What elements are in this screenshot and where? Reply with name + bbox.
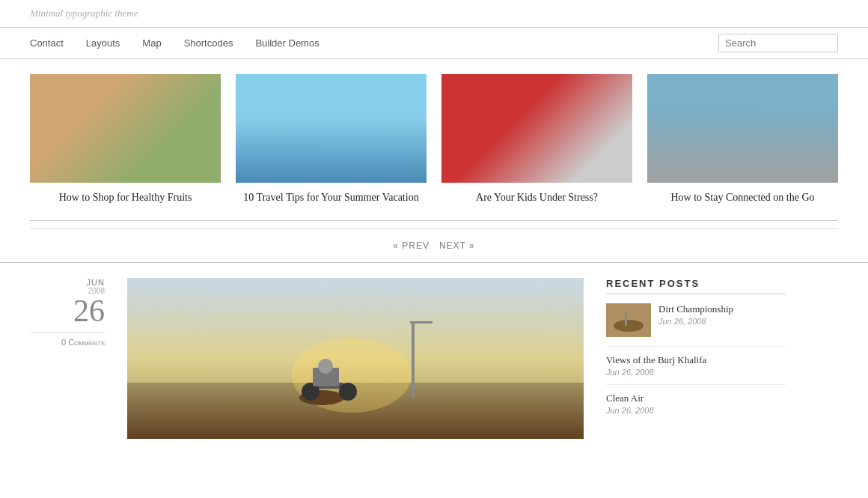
svg-rect-3 <box>412 323 415 398</box>
post-image-col <box>127 278 584 439</box>
recent-post-title-2: Views of the Burj Khalifa <box>606 354 786 366</box>
recent-post-date-2: Jun 26, 2008 <box>606 368 786 377</box>
svg-rect-4 <box>410 321 433 324</box>
featured-grid: How to Shop for Healthy Fruits 10 Travel… <box>0 59 868 213</box>
featured-image-3 <box>441 74 632 183</box>
next-button[interactable]: NEXT » <box>439 240 475 251</box>
svg-point-10 <box>318 359 333 374</box>
recent-post-title-3: Clean Air <box>606 392 786 404</box>
svg-point-8 <box>339 383 357 401</box>
nav-map[interactable]: Map <box>142 37 161 49</box>
recent-post-date-3: Jun 26, 2008 <box>606 406 786 415</box>
post-main-image <box>127 278 584 439</box>
main-area: Jun 2008 26 0 Comments <box>0 263 868 454</box>
featured-item-4[interactable]: How to Stay Connected on the Go <box>647 74 838 205</box>
svg-point-12 <box>614 320 644 332</box>
featured-title-2: 10 Travel Tips for Your Summer Vacation <box>236 190 427 205</box>
recent-post-item-3[interactable]: Clean Air Jun 26, 2008 <box>606 384 786 422</box>
nav-bar: Contact Layouts Map Shortcodes Builder D… <box>0 27 868 59</box>
divider-1 <box>30 220 838 221</box>
featured-item-3[interactable]: Are Your Kids Under Stress? <box>441 74 632 205</box>
post-svg-art <box>127 278 584 439</box>
site-tagline: Minimal typographic theme <box>30 7 838 19</box>
featured-image-4 <box>647 74 838 183</box>
recent-posts-title: Recent Posts <box>606 278 786 294</box>
featured-title-4: How to Stay Connected on the Go <box>647 190 838 205</box>
prev-button[interactable]: « PREV <box>393 240 430 251</box>
recent-post-title-1: Dirt Championship <box>658 303 733 316</box>
recent-post-item-2[interactable]: Views of the Burj Khalifa Jun 26, 2008 <box>606 346 786 384</box>
nav-contact[interactable]: Contact <box>30 37 64 49</box>
featured-image-1 <box>30 74 221 183</box>
svg-rect-13 <box>625 311 627 326</box>
thumb-svg-1 <box>606 303 651 337</box>
nav-builder-demos[interactable]: Builder Demos <box>255 37 319 49</box>
post-date: Jun 2008 26 <box>30 278 105 327</box>
search-input[interactable] <box>718 34 838 52</box>
nav-links: Contact Layouts Map Shortcodes Builder D… <box>30 37 320 49</box>
featured-image-2 <box>236 74 427 183</box>
featured-title-3: Are Your Kids Under Stress? <box>441 190 632 205</box>
recent-post-item-1[interactable]: Dirt Championship Jun 26, 2008 <box>606 303 786 337</box>
nav-layouts[interactable]: Layouts <box>86 37 120 49</box>
sidebar: Recent Posts Dirt Championship Jun 26, 2… <box>606 278 786 439</box>
recent-post-info-1: Dirt Championship Jun 26, 2008 <box>658 303 733 327</box>
post-day: 26 <box>73 295 105 327</box>
post-month: Jun <box>87 278 105 287</box>
recent-post-date-1: Jun 26, 2008 <box>658 317 733 326</box>
post-comments[interactable]: 0 Comments <box>30 332 105 347</box>
site-header: Minimal typographic theme <box>0 0 868 19</box>
pagination: « PREV NEXT » <box>30 228 838 262</box>
post-meta: Jun 2008 26 0 Comments <box>30 278 105 439</box>
featured-title-1: How to Shop for Healthy Fruits <box>30 190 221 205</box>
featured-item-1[interactable]: How to Shop for Healthy Fruits <box>30 74 221 205</box>
recent-post-thumb-1 <box>606 303 651 337</box>
nav-shortcodes[interactable]: Shortcodes <box>184 37 233 49</box>
featured-item-2[interactable]: 10 Travel Tips for Your Summer Vacation <box>236 74 427 205</box>
